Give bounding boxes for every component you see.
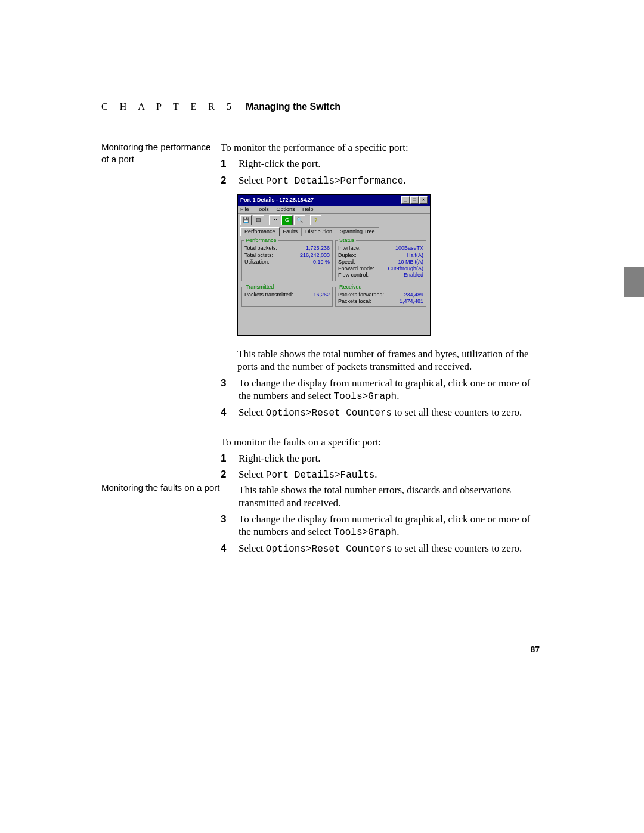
side-heading-performance: Monitoring the performance of a port [101,141,221,166]
step2-after: This table shows the total number errors… [239,484,543,509]
group-legend: Status [338,237,356,244]
close-button[interactable]: × [419,196,428,204]
step-body: To change the display from numerical to … [239,377,543,402]
code-run: Tools>Graph [334,527,397,538]
chapter-title: Managing the Switch [246,101,340,112]
stat-row: Speed:10 MBit(A) [338,259,423,265]
step-3: 3 To change the display from numerical t… [221,377,543,402]
group-transmitted: Transmitted Packets transmitted:16,262 [242,284,333,308]
menu-options[interactable]: Options [276,206,295,212]
running-header: C H A P T E R 5 Managing the Switch [101,101,543,117]
text-run: Select [239,407,266,418]
stat-row: Utilization:0.19 % [244,259,330,265]
step-2: 2 Select Port Details>Performance. [221,174,543,187]
minimize-button[interactable]: _ [401,196,410,204]
step-number: 1 [221,157,239,170]
port-details-window: Port 1 Details - 172.28.184.27 _ □ × Fil… [237,194,431,336]
toolbar-separator [306,215,309,224]
text-run: Select [239,543,266,554]
step-body: Select Options>Reset Counters to set all… [239,542,543,555]
stat-label: Utilization: [244,259,270,265]
stat-value[interactable]: 16,262 [313,292,330,298]
maximize-button[interactable]: □ [410,196,419,204]
step-body: To change the display from numerical to … [239,513,543,538]
text-run: to set all these counters to zero. [392,543,522,554]
stat-label: Packets forwarded: [338,292,384,298]
step-body: Select Port Details>Faults. This table s… [239,468,543,509]
group-legend: Performance [244,237,278,244]
stat-label: Speed: [338,259,355,265]
step-1b: 1 Right-click the port. [221,452,543,465]
text-run: . [397,526,399,537]
stat-row: Flow control:Enabled [338,272,423,278]
stat-label: Total octets: [244,252,273,259]
menu-tools[interactable]: Tools [256,206,269,212]
code-run: Tools>Graph [334,391,397,402]
stat-value[interactable]: 216,242,033 [300,252,330,259]
tab-body: Performance Total packets:1,725,236 Tota… [238,236,430,335]
tab-spanning-tree[interactable]: Spanning Tree [336,227,379,236]
step-number: 2 [221,468,239,509]
group-performance: Performance Total packets:1,725,236 Tota… [242,237,333,281]
titlebar[interactable]: Port 1 Details - 172.28.184.27 _ □ × [238,195,430,206]
window-title: Port 1 Details - 172.28.184.27 [240,197,314,203]
stat-value[interactable]: 1,725,236 [306,245,330,252]
stat-label: Packets local: [338,298,371,305]
menu-file[interactable]: File [240,206,249,212]
chart-icon[interactable]: ▤ [253,215,264,225]
stat-value[interactable]: 1,474,481 [400,298,423,305]
text-run: . [374,469,377,480]
step-3b: 3 To change the display from numerical t… [221,513,543,538]
stat-value[interactable]: 0.19 % [313,259,330,265]
stat-value[interactable]: 10 MBit(A) [398,259,423,265]
tab-faults[interactable]: Faults [279,227,302,236]
stat-value[interactable]: 234,489 [404,292,423,298]
overflow-icon[interactable]: ⋯ [269,215,280,225]
code-run: Port Details>Faults [266,470,374,481]
toolbar: 💾 ▤ ⋯ G 🔍 ? [238,214,430,227]
stat-value[interactable]: Half(A) [407,252,423,259]
text-run: . [403,175,405,186]
step-2b: 2 Select Port Details>Faults. This table… [221,468,543,509]
stat-row: Duplex:Half(A) [338,252,423,259]
tab-distribution[interactable]: Distribution [301,227,336,236]
menubar[interactable]: File Tools Options Help [238,206,430,214]
step-body: Right-click the port. [239,157,543,170]
step-number: 3 [221,377,239,402]
intro-para: To monitor the performance of a specific… [221,141,543,154]
step-body: Select Port Details>Performance. [239,174,543,187]
side-heading-faults: Monitoring the faults on a port [101,482,221,494]
group-received: Received Packets forwarded:234,489 Packe… [335,284,426,308]
text-run: Select [239,469,266,480]
stat-value[interactable]: 100BaseTX [395,245,423,252]
step-number: 1 [221,452,239,465]
stat-value[interactable]: Enabled [404,272,423,278]
step-4: 4 Select Options>Reset Counters to set a… [221,406,543,419]
tabstrip: Performance Faults Distribution Spanning… [238,227,430,236]
stat-row: Total octets:216,242,033 [244,252,330,259]
step-number: 4 [221,542,239,555]
search-icon[interactable]: 🔍 [294,215,305,225]
step-body: Select Options>Reset Counters to set all… [239,406,543,419]
chapter-label: C H A P T E R 5 [101,101,236,112]
stat-row: Total packets:1,725,236 [244,245,330,252]
step-1: 1 Right-click the port. [221,157,543,170]
group-status: Status Interface:100BaseTX Duplex:Half(A… [335,237,426,281]
save-icon[interactable]: 💾 [240,215,252,225]
code-run: Options>Reset Counters [266,544,392,555]
tab-performance[interactable]: Performance [240,227,280,236]
page-number: 87 [530,645,540,654]
intro-para-faults: To monitor the faults on a specific port… [221,436,543,448]
refresh-icon[interactable]: G [281,215,293,225]
step-4b: 4 Select Options>Reset Counters to set a… [221,542,543,555]
menu-help[interactable]: Help [302,206,314,212]
stat-label: Total packets: [244,245,277,252]
step-body: Right-click the port. [239,452,543,465]
toolbar-separator [265,215,268,224]
stat-label: Flow control: [338,272,369,278]
stat-label: Forward mode: [338,265,374,272]
help-icon[interactable]: ? [310,215,321,225]
stat-value[interactable]: Cut-through(A) [388,265,423,272]
step-number: 4 [221,406,239,419]
step-number: 3 [221,513,239,538]
